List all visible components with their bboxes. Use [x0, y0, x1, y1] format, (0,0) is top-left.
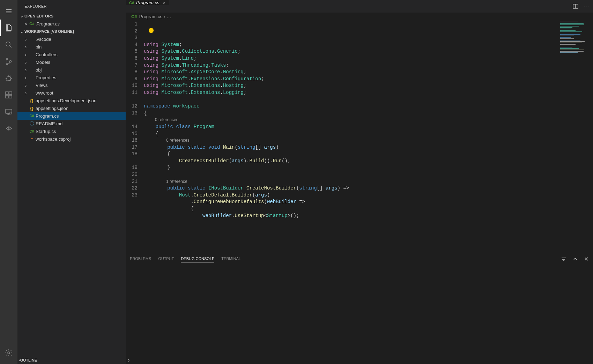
- settings-activity[interactable]: [0, 344, 17, 361]
- code-line: {: [144, 110, 593, 117]
- split-editor-button[interactable]: [572, 3, 579, 9]
- svg-point-2: [6, 63, 8, 65]
- tree-folder[interactable]: ›bin: [17, 43, 126, 51]
- svg-point-11: [8, 352, 10, 354]
- panel-tab-terminal[interactable]: TERMINAL: [221, 257, 241, 262]
- liveshare-activity[interactable]: [0, 120, 17, 137]
- tree-folder[interactable]: ›.vscode: [17, 35, 126, 43]
- editor-actions: ···: [572, 0, 593, 13]
- codelens[interactable]: 0 references: [144, 137, 593, 144]
- editor[interactable]: 1234567891011 1213 1415161718 1920212223…: [126, 20, 593, 253]
- code-line: .ConfigureWebHostDefaults(webBuilder =>: [144, 199, 593, 206]
- explorer-activity[interactable]: [0, 20, 17, 36]
- tree-folder[interactable]: ›Views: [17, 81, 126, 89]
- chevron-right-icon: ›: [23, 83, 29, 88]
- debug-icon: [5, 74, 13, 82]
- debug-activity[interactable]: [0, 70, 17, 87]
- chevron-down-icon: ⌄: [19, 14, 24, 18]
- panel-body[interactable]: [126, 265, 593, 356]
- search-icon: [5, 40, 13, 49]
- panel-tab-output[interactable]: OUTPUT: [158, 257, 174, 262]
- tree-file[interactable]: ⓘREADME.md: [17, 120, 126, 127]
- codelens[interactable]: 1 reference: [144, 178, 593, 185]
- chevron-up-icon: [573, 257, 578, 261]
- breadcrumb-bar-bottom[interactable]: ›: [126, 356, 593, 364]
- tree-file[interactable]: {}appsettings.json: [17, 104, 126, 112]
- open-editors-list: × C# Program.cs: [17, 20, 126, 28]
- code-line: using Microsoft.Extensions.Logging;: [144, 89, 593, 96]
- svg-point-3: [10, 61, 12, 62]
- sidebar-title: EXPLORER: [17, 0, 126, 12]
- codelens[interactable]: 0 references: [144, 117, 593, 124]
- remote-activity[interactable]: [0, 103, 17, 120]
- chevron-right-icon: ›: [23, 44, 29, 50]
- code-line: webBuilder.UseStartup<Startup>();: [144, 213, 593, 220]
- tree-folder[interactable]: ›Controllers: [17, 51, 126, 58]
- open-editors-header[interactable]: ⌄ OPEN EDITORS: [17, 12, 126, 20]
- csharp-icon: C#: [29, 22, 34, 26]
- close-icon: [584, 257, 589, 261]
- tree-file[interactable]: {}appsettings.Development.json: [17, 97, 126, 104]
- editor-tab[interactable]: C# Program.cs ×: [126, 0, 169, 5]
- panel-maximize-button[interactable]: [573, 257, 578, 262]
- close-icon[interactable]: ×: [24, 21, 27, 27]
- breadcrumb-file: Program.cs: [139, 14, 162, 19]
- open-editor-item[interactable]: × C# Program.cs: [17, 20, 126, 28]
- code-line: using Microsoft.Extensions.Hosting;: [144, 82, 593, 89]
- breadcrumbs[interactable]: C# Program.cs › …: [126, 13, 593, 20]
- tree-item-label: README.md: [36, 121, 62, 126]
- editor-tabs: C# Program.cs × ···: [126, 0, 593, 13]
- file-icon: {}: [29, 106, 35, 111]
- tree-item-label: Models: [36, 60, 50, 65]
- liveshare-icon: [5, 124, 13, 133]
- tree-item-label: obj: [36, 67, 42, 73]
- code-line: {: [144, 151, 593, 158]
- tree-folder[interactable]: ›obj: [17, 66, 126, 74]
- menu-button[interactable]: [0, 3, 17, 20]
- panel-close-button[interactable]: [584, 257, 589, 262]
- gear-icon: [5, 349, 13, 357]
- panel-tab-debug-console[interactable]: DEBUG CONSOLE: [181, 257, 214, 262]
- chevron-right-icon: ›: [128, 357, 129, 363]
- code-line: public static void Main(string[] args): [144, 144, 593, 151]
- code-area[interactable]: using System;using System.Collections.Ge…: [144, 20, 593, 253]
- file-icon: C#: [29, 114, 35, 118]
- minimap[interactable]: [560, 22, 592, 53]
- code-line: {: [144, 206, 593, 213]
- workspace-header[interactable]: ⌄ WORKSPACE [VS ONLINE]: [17, 28, 126, 35]
- csharp-icon: C#: [129, 1, 134, 5]
- filter-icon: [561, 257, 566, 262]
- tree-file[interactable]: C#Program.cs: [17, 112, 126, 120]
- filter-button[interactable]: [561, 257, 566, 262]
- code-line: Host.CreateDefaultBuilder(args): [144, 192, 593, 199]
- extensions-activity[interactable]: [0, 87, 17, 103]
- code-line: using System;: [144, 42, 593, 49]
- chevron-down-icon: ⌄: [19, 29, 24, 34]
- scm-activity[interactable]: [0, 53, 17, 70]
- tree-file[interactable]: C#Startup.cs: [17, 127, 126, 135]
- breadcrumb-more: …: [166, 14, 171, 19]
- tree-file[interactable]: 𝄐workspace.csproj: [17, 135, 126, 143]
- tree-folder[interactable]: ›Models: [17, 58, 126, 66]
- chevron-right-icon: ›: [23, 52, 29, 57]
- chevron-right-icon: ›: [23, 90, 29, 96]
- remote-icon: [5, 107, 13, 116]
- svg-point-10: [10, 112, 12, 114]
- tab-close-button[interactable]: ×: [163, 0, 166, 5]
- code-line: CreateHostBuilder(args).Build().Run();: [144, 158, 593, 165]
- panel-tab-problems[interactable]: PROBLEMS: [130, 257, 151, 262]
- extensions-icon: [5, 91, 13, 99]
- lightbulb-icon[interactable]: [149, 28, 154, 33]
- outline-header[interactable]: › OUTLINE: [17, 356, 126, 364]
- more-actions-button[interactable]: ···: [584, 4, 590, 9]
- bottom-panel: PROBLEMSOUTPUTDEBUG CONSOLETERMINAL: [126, 253, 593, 356]
- code-line: namespace workspace: [144, 103, 593, 110]
- tree-folder[interactable]: ›wwwroot: [17, 89, 126, 97]
- tree-item-label: Controllers: [36, 52, 58, 57]
- code-line: }: [144, 164, 593, 171]
- csharp-icon: C#: [131, 14, 137, 19]
- tree-folder[interactable]: ›Properties: [17, 74, 126, 81]
- tree-item-label: appsettings.json: [36, 106, 68, 111]
- search-activity[interactable]: [0, 36, 17, 53]
- workspace-label: WORKSPACE [VS ONLINE]: [24, 29, 74, 34]
